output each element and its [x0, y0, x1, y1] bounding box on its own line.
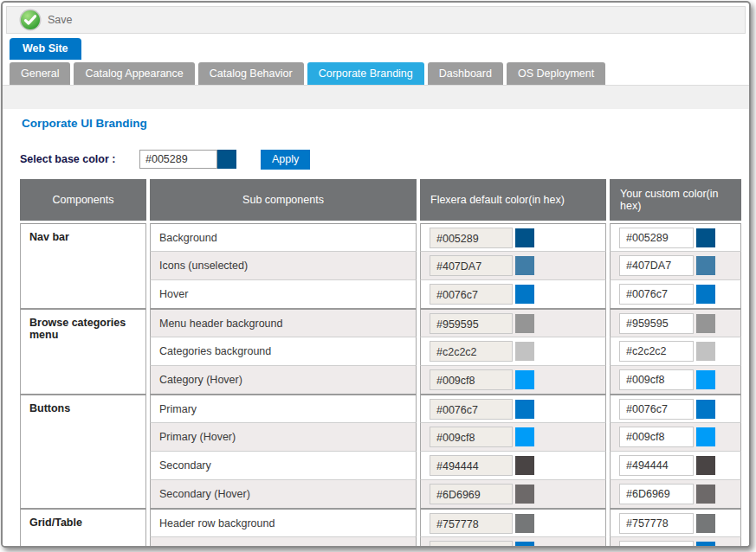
base-color-input[interactable] — [139, 150, 217, 169]
base-color-swatch[interactable] — [217, 150, 236, 169]
default-color-cell: #005289 — [420, 223, 606, 252]
tab-general[interactable]: General — [10, 62, 70, 85]
custom-color-swatch[interactable] — [696, 256, 715, 275]
custom-color-cell — [610, 395, 741, 423]
custom-color-swatch[interactable] — [696, 514, 715, 533]
default-color-swatch — [515, 370, 534, 389]
sub-component-label: Scrollbar background — [159, 545, 262, 548]
sub-component-cell: Categories background — [150, 337, 417, 366]
custom-color-cell — [610, 337, 741, 366]
custom-color-swatch[interactable] — [696, 485, 715, 504]
default-color-cell: #6D6969 — [420, 480, 606, 509]
custom-hex-input[interactable] — [619, 541, 694, 548]
component-cell-buttons: Buttons — [20, 395, 146, 509]
custom-color-swatch[interactable] — [696, 285, 715, 304]
tab-os-deployment[interactable]: OS Deployment — [507, 62, 605, 85]
custom-color-swatch[interactable] — [696, 370, 715, 389]
base-color-label: Select base color : — [20, 153, 139, 165]
sub-component-label: Menu header background — [159, 318, 282, 330]
column-header-components: Components — [20, 179, 146, 221]
sub-component-cell: Primary (Hover) — [150, 423, 417, 452]
component-label: Buttons — [29, 402, 70, 414]
sub-component-label: Secondary — [159, 459, 211, 472]
custom-hex-input[interactable] — [619, 369, 694, 390]
custom-hex-input[interactable] — [619, 427, 694, 447]
save-button[interactable]: Save — [14, 8, 78, 32]
tab-content-divider — [3, 85, 749, 109]
default-color-cell: #757778 — [420, 509, 606, 537]
sub-component-cell: Secondary — [150, 452, 417, 480]
default-color-cell: #407DA7 — [420, 252, 606, 280]
custom-hex-input[interactable] — [619, 513, 694, 534]
sub-component-cell: Hover — [150, 280, 417, 309]
default-hex-value: #6D6969 — [430, 484, 513, 504]
sub-component-label: Background — [159, 232, 217, 244]
component-label: Grid/Table — [29, 517, 82, 529]
custom-color-swatch[interactable] — [696, 542, 715, 548]
base-color-row: Select base color : Apply — [20, 149, 749, 170]
default-color-cell: #959595 — [420, 309, 606, 337]
custom-hex-input[interactable] — [619, 455, 694, 476]
default-color-cell: #0076c7 — [420, 395, 606, 423]
sub-component-label: Primary — [159, 403, 197, 415]
custom-hex-input[interactable] — [619, 341, 694, 362]
save-check-icon — [19, 9, 42, 31]
sub-component-label: Secondary (Hover) — [159, 488, 250, 500]
default-hex-value: #494444 — [430, 455, 513, 476]
branding-table-header: ComponentsSub componentsFlexera default … — [20, 179, 741, 221]
tab-dashboard[interactable]: Dashboard — [428, 62, 503, 85]
sub-component-cell: Category (Hover) — [150, 366, 417, 395]
default-hex-value: #005289 — [430, 228, 513, 248]
custom-color-cell — [610, 366, 741, 395]
default-color-swatch — [515, 314, 534, 333]
settings-window: Save Web Site GeneralCatalog AppearanceC… — [1, 1, 751, 548]
custom-color-swatch[interactable] — [696, 400, 715, 419]
custom-color-cell — [610, 223, 741, 252]
custom-hex-input[interactable] — [619, 284, 694, 305]
save-label: Save — [48, 14, 73, 26]
component-cell-browse-categories-menu: Browse categories menu — [20, 309, 146, 395]
custom-hex-input[interactable] — [619, 399, 694, 420]
default-hex-value: #757778 — [430, 513, 513, 534]
tab-catalog-appearance[interactable]: Catalog Appearance — [74, 62, 194, 85]
custom-color-cell — [610, 280, 741, 309]
sub-component-cell: Icons (unselected) — [150, 252, 417, 280]
custom-color-swatch[interactable] — [696, 314, 715, 333]
default-hex-value: #009cf8 — [430, 369, 513, 390]
toolbar: Save — [6, 6, 746, 34]
custom-hex-input[interactable] — [619, 255, 694, 276]
custom-hex-input[interactable] — [619, 228, 694, 248]
default-color-cell: #c2c2c2 — [420, 337, 606, 366]
column-header-flexera-default-color-in-hex: Flexera default color(in hex) — [420, 179, 606, 221]
custom-hex-input[interactable] — [619, 313, 694, 334]
apply-button[interactable]: Apply — [261, 150, 310, 170]
branding-table-body: Nav barBackground#005289Icons (unselecte… — [20, 223, 741, 548]
default-color-swatch — [515, 228, 534, 247]
custom-color-cell — [610, 509, 741, 537]
tab-catalog-behavior[interactable]: Catalog Behavior — [198, 62, 304, 85]
tab-web-site[interactable]: Web Site — [10, 38, 81, 60]
custom-color-cell — [610, 537, 741, 548]
default-color-swatch — [515, 485, 534, 504]
default-hex-value: #959595 — [430, 313, 513, 334]
sub-component-label: Categories background — [159, 345, 271, 357]
sub-component-label: Hover — [159, 288, 188, 300]
default-hex-value: #009cf8 — [430, 427, 513, 447]
default-color-swatch — [515, 256, 534, 275]
default-hex-value: #c2c2c2 — [430, 341, 513, 362]
component-cell-nav-bar: Nav bar — [20, 223, 146, 309]
custom-color-swatch[interactable] — [696, 228, 715, 247]
default-color-cell: #494444 — [420, 452, 606, 480]
default-hex-value: #0076c7 — [430, 541, 513, 548]
sub-component-label: Icons (unselected) — [159, 260, 248, 272]
custom-hex-input[interactable] — [619, 484, 694, 504]
custom-color-swatch[interactable] — [696, 427, 715, 446]
page-title: Corporate UI Branding — [22, 117, 749, 130]
sub-component-cell: Menu header background — [150, 309, 417, 337]
custom-color-swatch[interactable] — [696, 342, 715, 361]
tab-corporate-branding[interactable]: Corporate Branding — [307, 62, 424, 85]
default-color-cell: #009cf8 — [420, 423, 606, 452]
default-color-swatch — [515, 427, 534, 446]
sub-component-cell: Primary — [150, 395, 417, 423]
custom-color-swatch[interactable] — [696, 456, 715, 475]
